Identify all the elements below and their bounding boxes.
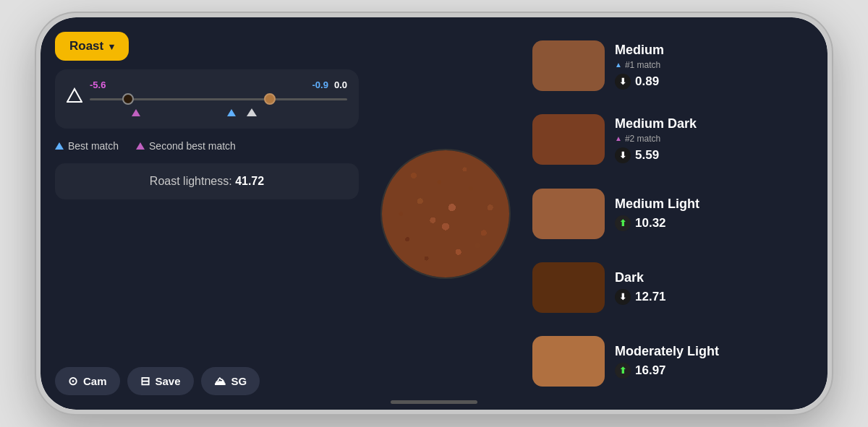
svg-marker-0 [67,89,82,102]
sg-button[interactable]: ⛰ SG [201,367,260,395]
marker-blue [227,106,236,119]
best-match-label: Best match [68,140,119,152]
score-arrow-medium-light: ⬆ [615,215,631,231]
score-arrow-dark: ⬇ [615,289,631,305]
match-info-medium-dark: Medium Dark ▲ #2 match ⬇ 5.59 [615,116,697,163]
save-icon: ⊟ [140,374,150,388]
left-panel: Roast ▾ -5.6 -0.9 [55,32,359,395]
match-badge-medium-dark: ▲ #2 match [615,134,697,144]
second-match-icon [136,142,145,150]
cam-label: Cam [83,375,107,387]
slider-card: -5.6 -0.9 0.0 [55,69,359,129]
match-score-medium: ⬇ 0.89 [615,74,664,90]
sg-label: SG [231,375,247,387]
badge-text-medium: #1 match [625,60,660,70]
side-button [36,133,38,169]
lightness-value: 41.72 [235,175,264,187]
match-score-dark: ⬇ 12.71 [615,289,666,305]
second-match-label: Second best match [149,140,236,152]
legend-row: Best match Second best match [55,137,359,155]
score-arrow-moderately-light: ⬆ [615,363,631,379]
score-value-medium-light: 10.32 [635,216,666,230]
slider-thumb-dark[interactable] [122,93,134,105]
badge-icon-medium-dark: ▲ [615,134,622,142]
match-info-medium-light: Medium Light ⬆ 10.32 [615,197,699,231]
lightness-label: Roast lightness: [150,175,232,187]
phone-frame: Roast ▾ -5.6 -0.9 [36,13,832,414]
match-item-dark: Dark ⬇ 12.71 [532,254,813,322]
marker-white [247,106,257,119]
slider-value-pink: -5.6 [90,79,106,90]
match-item-medium-dark: Medium Dark ▲ #2 match ⬇ 5.59 [532,105,813,173]
score-value-medium-dark: 5.59 [635,148,659,163]
score-value-dark: 12.71 [635,290,666,304]
home-indicator [391,400,477,404]
roast-dropdown[interactable]: Roast ▾ [55,32,129,61]
center-panel [373,32,518,395]
bottom-buttons: ⊙ Cam ⊟ Save ⛰ SG [55,367,359,395]
match-name-moderately-light: Moderately Light [615,344,719,359]
roast-triangle-icon [67,87,82,103]
match-score-medium-dark: ⬇ 5.59 [615,147,697,163]
best-match-icon [55,142,64,150]
cam-button[interactable]: ⊙ Cam [55,367,120,395]
slider-value-white: 0.0 [334,79,347,90]
score-value-moderately-light: 16.97 [635,363,666,378]
coffee-texture [382,150,509,277]
match-name-dark: Dark [615,270,666,285]
power-button [830,111,832,137]
lightness-box: Roast lightness: 41.72 [55,163,359,199]
cam-icon: ⊙ [68,374,77,388]
swatch-moderately-light [532,336,605,387]
swatch-medium-dark [532,114,605,165]
badge-icon-medium: ▲ [615,61,622,69]
sg-icon: ⛰ [214,375,226,388]
score-value-medium: 0.89 [635,74,659,89]
chevron-icon: ▾ [109,41,114,52]
match-item-moderately-light: Moderately Light ⬆ 16.97 [532,327,813,395]
match-item-medium: Medium ▲ #1 match ⬇ 0.89 [532,32,813,100]
slider-header: -5.6 -0.9 0.0 [67,79,347,111]
match-badge-medium: ▲ #1 match [615,60,664,70]
match-name-medium-light: Medium Light [615,197,699,212]
match-item-medium-light: Medium Light ⬆ 10.32 [532,179,813,247]
swatch-medium [532,40,605,91]
slider-thumb-tan[interactable] [264,93,276,105]
match-info-moderately-light: Moderately Light ⬆ 16.97 [615,344,719,379]
swatch-medium-light [532,189,605,239]
save-button[interactable]: ⊟ Save [127,367,194,395]
swatch-dark [532,262,605,313]
badge-text-medium-dark: #2 match [625,134,660,144]
score-arrow-medium-dark: ⬇ [615,147,631,163]
roast-label: Roast [69,39,103,53]
marker-pink [132,106,140,119]
match-name-medium-dark: Medium Dark [615,116,697,131]
coffee-circle [380,149,511,279]
match-score-moderately-light: ⬆ 16.97 [615,363,719,379]
match-info-dark: Dark ⬇ 12.71 [615,270,666,305]
legend-second-match: Second best match [136,140,236,152]
match-score-medium-light: ⬆ 10.32 [615,215,699,231]
save-label: Save [156,375,181,387]
legend-best-match: Best match [55,140,119,152]
match-name-medium: Medium [615,43,664,58]
score-arrow-medium: ⬇ [615,74,631,90]
match-info-medium: Medium ▲ #1 match ⬇ 0.89 [615,43,664,90]
right-panel: Medium ▲ #1 match ⬇ 0.89 Medium Dark [532,32,813,395]
slider-value-blue: -0.9 [312,79,328,90]
screen: Roast ▾ -5.6 -0.9 [41,17,827,410]
